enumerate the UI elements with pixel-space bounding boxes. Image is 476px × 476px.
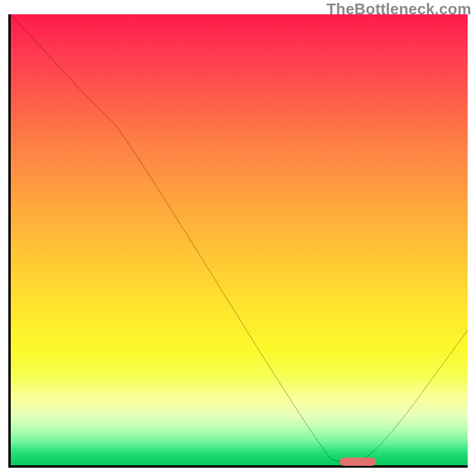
bottleneck-curve-line [11, 14, 468, 462]
score-marker [340, 458, 376, 466]
bottleneck-curve-plot [11, 14, 468, 465]
plot-frame [8, 14, 468, 468]
chart-container: TheBottleneck.com [0, 0, 476, 476]
